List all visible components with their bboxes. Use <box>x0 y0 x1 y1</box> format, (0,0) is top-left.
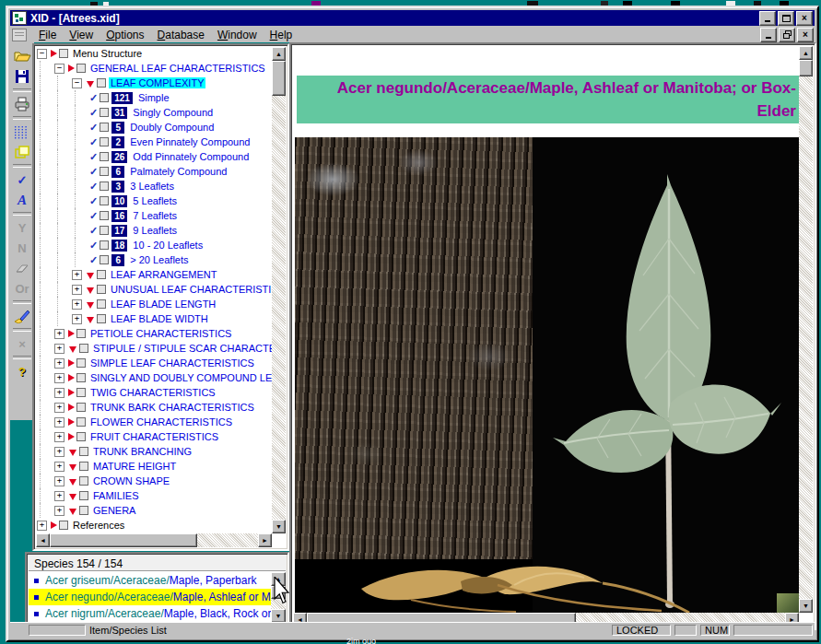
grid-icon[interactable] <box>11 122 33 142</box>
expand-expander-icon[interactable]: + <box>72 314 82 324</box>
mdi-restore-button[interactable] <box>779 28 795 42</box>
detail-scroll-down-button[interactable]: ▼ <box>799 599 813 613</box>
detail-scroll-up-button[interactable]: ▲ <box>799 46 813 60</box>
tree-row[interactable]: ✓167 Leaflets <box>36 208 272 223</box>
tree-scroll-down-button[interactable]: ▼ <box>272 520 286 533</box>
tree-row[interactable]: ✓121Simple <box>36 90 272 105</box>
tree-row[interactable]: ✓105 Leaflets <box>36 193 272 208</box>
expand-expander-icon[interactable]: + <box>54 388 65 398</box>
expand-expander-icon[interactable]: + <box>72 299 82 310</box>
tree-row[interactable]: +LEAF ARRANGEMENT <box>36 267 272 282</box>
check-mark-icon[interactable]: ✓ <box>89 195 98 207</box>
tree-item-label[interactable]: Palmately Compound <box>128 166 229 177</box>
mdi-minimize-button[interactable] <box>760 28 777 42</box>
tree-row[interactable]: +UNUSUAL LEAF CHARACTERISTICS <box>36 282 272 297</box>
yes-icon[interactable]: Y <box>11 217 33 238</box>
item-square-icon[interactable] <box>100 167 109 176</box>
tree-item-label[interactable]: SIMPLE LEAF CHARACTERISTICS <box>88 357 256 369</box>
close-button[interactable]: × <box>796 11 813 26</box>
expand-expander-icon[interactable]: + <box>54 358 65 369</box>
expand-expander-icon[interactable]: + <box>54 373 65 383</box>
text-a-icon[interactable]: A <box>11 190 33 210</box>
detail-vertical-scrollbar[interactable] <box>799 46 813 613</box>
item-square-icon[interactable] <box>100 226 109 235</box>
check-mark-icon[interactable]: ✓ <box>89 181 98 193</box>
tree-row[interactable]: +SIMPLE LEAF CHARACTERISTICS <box>36 356 272 370</box>
expand-expander-icon[interactable]: + <box>54 462 65 472</box>
tree-scroll-left-button[interactable]: ◄ <box>36 533 50 547</box>
tree-row[interactable]: −GENERAL LEAF CHARACTERISTICS <box>36 61 272 76</box>
check-mark-icon[interactable]: ✓ <box>89 210 98 222</box>
item-square-icon[interactable] <box>76 403 86 412</box>
item-square-icon[interactable] <box>100 108 109 117</box>
expand-expander-icon[interactable]: + <box>54 432 65 442</box>
tree-item-label[interactable]: Even Pinnately Compound <box>128 136 252 147</box>
menu-item-help[interactable]: Help <box>264 28 299 42</box>
save-icon[interactable] <box>11 66 33 87</box>
menu-item-database[interactable]: Database <box>151 28 211 42</box>
tree-row[interactable]: ✓5Doubly Compound <box>36 120 272 135</box>
expand-expander-icon[interactable]: + <box>72 285 82 295</box>
species-list-item[interactable]: Acer negundo/Aceraceae/Maple, Ashleaf or… <box>29 589 271 605</box>
item-square-icon[interactable] <box>76 388 86 397</box>
expand-expander-icon[interactable]: + <box>54 417 65 427</box>
stacked-windows-icon[interactable] <box>11 142 33 162</box>
tree-vertical-scroll-thumb[interactable] <box>272 61 286 96</box>
tree-item-label[interactable]: Simple <box>136 92 171 103</box>
item-square-icon[interactable] <box>100 123 109 132</box>
species-list-item[interactable]: Acer griseum/Aceraceae/Maple, Paperbark <box>29 572 271 589</box>
tree-row[interactable]: +MATURE HEIGHT <box>36 459 272 474</box>
title-bar[interactable]: XID - [Atrees.xid] × <box>10 10 815 26</box>
item-square-icon[interactable] <box>76 64 86 73</box>
maximize-button[interactable] <box>778 11 794 26</box>
tree-item-label[interactable]: TWIG CHARACTERISTICS <box>88 387 217 398</box>
expand-expander-icon[interactable]: + <box>54 476 65 486</box>
item-square-icon[interactable] <box>97 285 106 294</box>
tree-item-label[interactable]: GENERA <box>91 505 137 516</box>
tree-item-label[interactable]: MATURE HEIGHT <box>91 461 178 472</box>
tree-item-label[interactable]: UNUSUAL LEAF CHARACTERISTICS <box>109 284 272 295</box>
tree-row[interactable]: ✓6Palmately Compound <box>36 164 272 179</box>
item-square-icon[interactable] <box>79 506 88 515</box>
delete-icon[interactable]: × <box>11 334 33 354</box>
menu-item-file[interactable]: File <box>32 28 63 42</box>
or-icon[interactable]: Or <box>11 278 33 299</box>
tree-item-label[interactable]: LEAF ARRANGEMENT <box>109 269 219 280</box>
item-square-icon[interactable] <box>79 344 88 353</box>
tree-row[interactable]: +FLOWER CHARACTERISTICS <box>36 415 272 429</box>
item-square-icon[interactable] <box>100 240 109 250</box>
item-square-icon[interactable] <box>100 152 109 161</box>
check-icon[interactable]: ✓ <box>11 170 33 190</box>
mdi-system-menu-icon[interactable] <box>12 29 27 41</box>
item-square-icon[interactable] <box>97 270 106 279</box>
tree-item-label[interactable]: Doubly Compound <box>128 122 216 133</box>
check-mark-icon[interactable]: ✓ <box>89 225 98 237</box>
item-square-icon[interactable] <box>100 196 109 205</box>
item-square-icon[interactable] <box>76 373 86 382</box>
tree-item-label[interactable]: PETIOLE CHARACTERISTICS <box>88 328 233 339</box>
item-square-icon[interactable] <box>100 181 109 191</box>
expand-expander-icon[interactable]: + <box>54 344 65 354</box>
check-mark-icon[interactable]: ✓ <box>89 136 98 148</box>
tree-row[interactable]: +TWIG CHARACTERISTICS <box>36 385 272 400</box>
menu-item-window[interactable]: Window <box>211 28 264 42</box>
item-square-icon[interactable] <box>100 255 109 264</box>
tree-item-label[interactable]: > 20 Leaflets <box>128 254 190 265</box>
item-square-icon[interactable] <box>97 314 106 323</box>
tree-row[interactable]: ✓1810 - 20 Leaflets <box>36 238 272 252</box>
expand-expander-icon[interactable]: + <box>54 329 65 339</box>
tree-row[interactable]: +LEAF BLADE LENGTH <box>36 297 272 311</box>
tree-item-label[interactable]: LEAF BLADE WIDTH <box>109 313 210 324</box>
tree-scroll-right-button[interactable]: ► <box>258 533 272 547</box>
tree-item-label[interactable]: LEAF BLADE LENGTH <box>109 299 217 310</box>
item-square-icon[interactable] <box>79 491 88 500</box>
item-square-icon[interactable] <box>79 462 88 471</box>
tree-item-label[interactable]: Menu Structure <box>71 48 144 59</box>
expand-expander-icon[interactable]: + <box>72 270 82 280</box>
eraser-icon[interactable] <box>11 258 33 278</box>
tree-row[interactable]: +SINGLY AND DOUBLY COMPOUND LEAF <box>36 370 272 385</box>
open-file-icon[interactable] <box>11 46 33 66</box>
tree-item-label[interactable]: TRUNK BRANCHING <box>91 446 194 457</box>
item-square-icon[interactable] <box>100 93 109 102</box>
no-icon[interactable]: N <box>11 238 33 258</box>
